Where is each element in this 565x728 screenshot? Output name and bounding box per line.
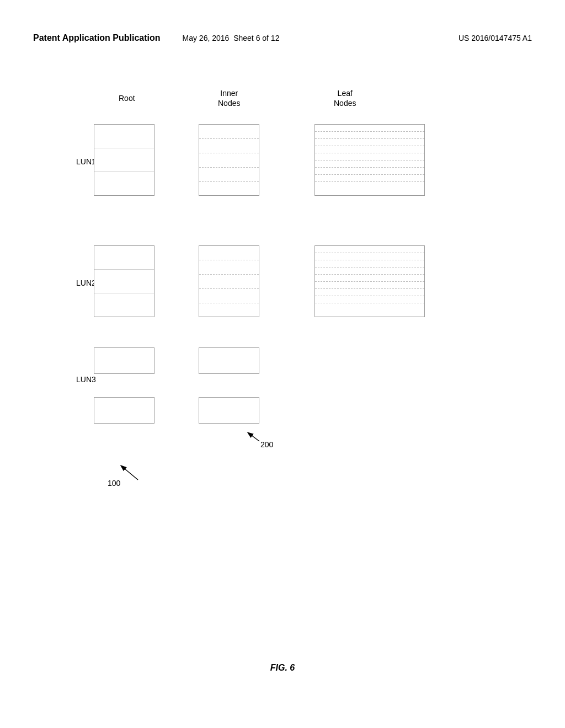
diagram: Root InnerNodes LeafNodes LUN1 xyxy=(33,88,532,629)
header: Patent Application Publication May 26, 2… xyxy=(33,33,532,43)
ref100-arrow: 100 xyxy=(116,463,160,493)
header-patent: US 2016/0147475 A1 xyxy=(459,34,532,42)
lun2-label: LUN2 xyxy=(76,279,96,287)
lun3-label: LUN3 xyxy=(76,375,96,384)
ref200-arrow: 200 xyxy=(248,430,292,460)
header-title: Patent Application Publication xyxy=(33,33,161,43)
lun1-leaf-lines xyxy=(315,125,424,195)
lun3-root-top-box xyxy=(94,347,154,374)
lun3-inner-bottom-box xyxy=(199,397,259,424)
lun1-label: LUN1 xyxy=(76,157,96,166)
lun2-inner-box xyxy=(199,245,259,317)
lun3-root-bottom-box xyxy=(94,397,154,424)
col-label-root: Root xyxy=(119,94,135,103)
svg-line-1 xyxy=(121,466,138,480)
lun1-leaf-box xyxy=(315,124,425,196)
lun2-leaf-box xyxy=(315,245,425,317)
header-date: May 26, 2016 Sheet 6 of 12 xyxy=(183,34,280,42)
page: Patent Application Publication May 26, 2… xyxy=(0,0,565,728)
lun1-root-box xyxy=(94,124,154,196)
lun2-leaf-lines xyxy=(315,246,424,317)
lun2-root-box xyxy=(94,245,154,317)
figure-caption: FIG. 6 xyxy=(0,663,565,673)
ref100-label: 100 xyxy=(108,479,120,488)
col-label-inner: InnerNodes xyxy=(218,88,240,108)
lun3-inner-top-box xyxy=(199,347,259,374)
lun1-inner-lines xyxy=(199,125,259,195)
lun2-inner-lines xyxy=(199,246,259,317)
col-label-leaf: LeafNodes xyxy=(334,88,356,108)
lun1-inner-box xyxy=(199,124,259,196)
ref200-label: 200 xyxy=(260,440,273,449)
svg-line-0 xyxy=(248,433,259,441)
